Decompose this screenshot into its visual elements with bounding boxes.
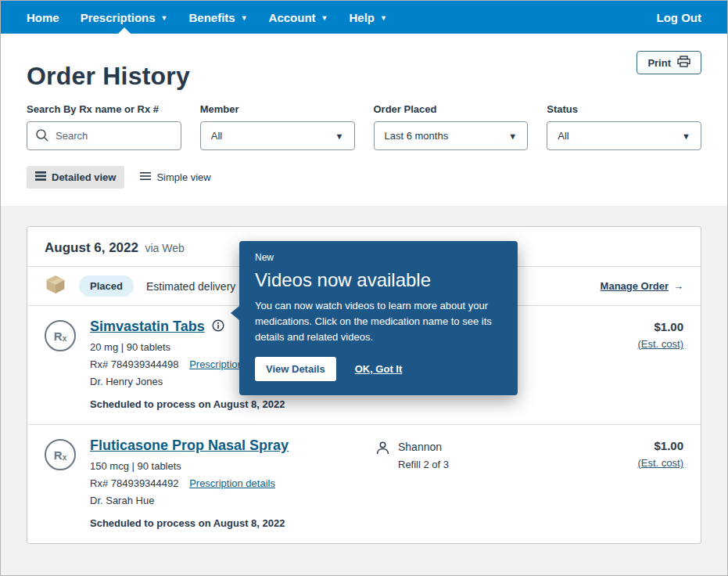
nav-item-benefits-label: Benefits bbox=[188, 11, 235, 24]
print-button-label: Print bbox=[647, 57, 671, 69]
videos-popup: New Videos now available You can now wat… bbox=[239, 241, 518, 395]
filter-order-placed: Order Placed Last 6 months ▼ bbox=[374, 103, 529, 150]
ok-got-it-link[interactable]: OK, Got It bbox=[355, 363, 403, 375]
prescriber: Dr. Sarah Hue bbox=[90, 495, 375, 506]
scheduled-text: Scheduled to process on August 8, 2022 bbox=[90, 517, 375, 529]
search-input[interactable] bbox=[27, 121, 181, 150]
nav-item-benefits[interactable]: Benefits ▼ bbox=[188, 11, 247, 24]
view-details-button[interactable]: View Details bbox=[255, 357, 336, 381]
active-nav-notch bbox=[118, 27, 131, 34]
order-date: August 6, 2022 bbox=[45, 240, 138, 255]
status-select[interactable]: All ▼ bbox=[547, 121, 701, 150]
nav-links: Home Prescriptions ▼ Benefits ▼ Account … bbox=[27, 11, 387, 24]
nav-item-prescriptions[interactable]: Prescriptions ▼ bbox=[81, 11, 168, 24]
member-name: Shannon bbox=[398, 441, 449, 453]
medication-link[interactable]: Simvastatin Tabs bbox=[90, 319, 205, 335]
info-icon[interactable] bbox=[212, 319, 224, 335]
detailed-view-toggle[interactable]: Detailed view bbox=[27, 166, 124, 189]
scheduled-text: Scheduled to process on August 8, 2022 bbox=[90, 398, 375, 410]
item-price: $1.00 bbox=[637, 439, 683, 452]
popup-body-text: You can now watch videos to learn more a… bbox=[255, 298, 502, 345]
nav-item-home-label: Home bbox=[27, 11, 59, 24]
order-placed-select-value: Last 6 months bbox=[385, 130, 449, 142]
simple-view-label: Simple view bbox=[156, 171, 210, 183]
rx-number: Rx# 784939344498 bbox=[90, 358, 179, 370]
manage-order-link[interactable]: Manage Order → bbox=[601, 280, 683, 292]
order-channel: via Web bbox=[145, 242, 184, 254]
refill-count: Refill 2 of 3 bbox=[398, 459, 449, 470]
dose-quantity: 150 mcg | 90 tablets bbox=[90, 460, 375, 472]
prescription-details-link[interactable]: Prescription details bbox=[189, 477, 275, 489]
simple-view-icon bbox=[140, 171, 151, 183]
rx-icon-col: Rx bbox=[45, 437, 90, 529]
status-select-value: All bbox=[558, 130, 568, 142]
chevron-down-icon: ▼ bbox=[508, 131, 517, 141]
filters-row: Search By Rx name or Rx # Member All ▼ O… bbox=[27, 103, 701, 150]
chevron-down-icon: ▼ bbox=[335, 131, 344, 141]
search-icon bbox=[35, 128, 49, 146]
rx-number: Rx# 784939344492 bbox=[90, 477, 179, 489]
chevron-down-icon: ▼ bbox=[682, 131, 690, 141]
popup-arrow bbox=[231, 306, 239, 320]
page-title: Order History bbox=[27, 62, 190, 91]
nav-item-account[interactable]: Account ▼ bbox=[269, 11, 328, 24]
rx-icon: Rx bbox=[45, 320, 76, 351]
order-placed-select[interactable]: Last 6 months ▼ bbox=[374, 121, 529, 150]
member-select-value: All bbox=[211, 130, 222, 142]
print-button[interactable]: Print bbox=[637, 51, 701, 74]
popup-new-tag: New bbox=[255, 252, 502, 263]
filter-status: Status All ▼ bbox=[547, 103, 701, 150]
member-select[interactable]: All ▼ bbox=[200, 121, 355, 150]
manage-order-label: Manage Order bbox=[601, 280, 669, 292]
medication-link[interactable]: Fluticasone Prop Nasal Spray bbox=[90, 437, 289, 454]
chevron-down-icon: ▼ bbox=[161, 14, 168, 22]
chevron-down-icon: ▼ bbox=[241, 14, 248, 22]
item-price: $1.00 bbox=[637, 320, 683, 333]
nav-item-prescriptions-label: Prescriptions bbox=[81, 11, 156, 24]
logout-button[interactable]: Log Out bbox=[657, 11, 701, 24]
popup-title: Videos now available bbox=[255, 269, 502, 291]
order-history-page: Home Prescriptions ▼ Benefits ▼ Account … bbox=[0, 0, 728, 576]
view-toggle-row: Detailed view Simple view bbox=[27, 166, 701, 189]
rx-icon-col: Rx bbox=[45, 319, 90, 410]
status-label: Status bbox=[547, 103, 701, 115]
search-label: Search By Rx name or Rx # bbox=[27, 103, 181, 115]
chevron-down-icon: ▼ bbox=[321, 14, 328, 22]
top-nav: Home Prescriptions ▼ Benefits ▼ Account … bbox=[1, 1, 727, 34]
detailed-view-icon bbox=[35, 171, 46, 183]
nav-item-help-label: Help bbox=[350, 11, 375, 24]
order-item-row: Rx Fluticasone Prop Nasal Spray 150 mcg … bbox=[27, 425, 701, 543]
chevron-down-icon: ▼ bbox=[380, 14, 387, 22]
person-icon bbox=[375, 441, 390, 529]
rx-icon: Rx bbox=[45, 439, 76, 470]
nav-item-home[interactable]: Home bbox=[27, 11, 59, 24]
member-col: Shannon Refill 2 of 3 bbox=[375, 437, 508, 529]
simple-view-toggle[interactable]: Simple view bbox=[140, 171, 210, 183]
nav-item-account-label: Account bbox=[269, 11, 316, 24]
member-label: Member bbox=[200, 103, 355, 115]
est-cost-link[interactable]: (Est. cost) bbox=[637, 338, 683, 350]
arrow-right-icon: → bbox=[673, 280, 683, 292]
filter-search: Search By Rx name or Rx # bbox=[27, 103, 181, 150]
page-header-section: Order History Print Search By Rx name or… bbox=[1, 34, 727, 206]
nav-item-help[interactable]: Help ▼ bbox=[350, 11, 387, 24]
package-icon bbox=[45, 274, 66, 298]
est-cost-link[interactable]: (Est. cost) bbox=[637, 457, 683, 469]
estimated-delivery-text: Estimated delivery bbox=[146, 280, 235, 293]
status-badge: Placed bbox=[79, 275, 134, 297]
detailed-view-label: Detailed view bbox=[52, 171, 116, 183]
filter-member: Member All ▼ bbox=[200, 103, 355, 150]
printer-icon bbox=[677, 56, 690, 70]
order-placed-label: Order Placed bbox=[374, 103, 529, 115]
